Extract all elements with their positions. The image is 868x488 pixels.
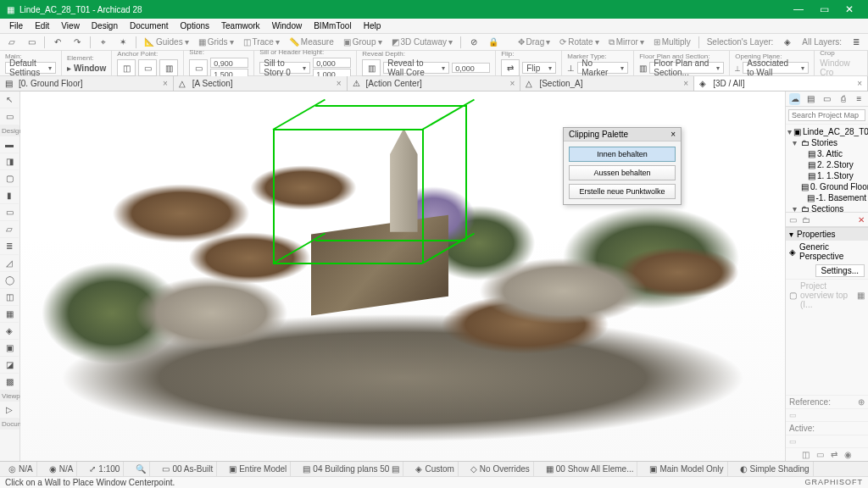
cutaway-button[interactable]: ◩3D Cutaway▾: [388, 37, 456, 47]
status-showall[interactable]: ▦ 00 Show All Eleme...: [542, 462, 638, 476]
menu-teamwork[interactable]: Teamwork: [215, 19, 266, 32]
reveal-val[interactable]: 0,000: [452, 63, 490, 73]
close-icon[interactable]: ×: [857, 79, 862, 88]
mirror-button[interactable]: ⧉Mirror▾: [605, 37, 648, 47]
flip-icon[interactable]: ⇄: [501, 59, 520, 76]
morph-tool[interactable]: ◈: [0, 323, 19, 340]
status-scale[interactable]: ⤢ 1:100: [86, 462, 124, 476]
menu-view[interactable]: View: [55, 19, 86, 32]
settings-link[interactable]: Settings...: [815, 264, 865, 277]
undo-icon[interactable]: ↶: [49, 35, 66, 50]
trace-button[interactable]: ◫Trace▾: [240, 37, 283, 47]
status-mainmodel[interactable]: ▣ Main Model Only: [646, 462, 727, 476]
status-overrides[interactable]: ◇ No Overrides: [467, 462, 534, 476]
eye-icon[interactable]: ◉: [844, 450, 852, 459]
close-icon[interactable]: ×: [337, 79, 342, 88]
status-plan[interactable]: ▤ 04 Building plans 50 ▤: [299, 462, 403, 476]
clipping-palette[interactable]: Clipping Palette× Innen behalten Aussen …: [563, 127, 682, 205]
close-icon[interactable]: ×: [163, 79, 168, 88]
object-tool[interactable]: ▣: [0, 340, 19, 357]
shell-tool[interactable]: ◯: [0, 272, 19, 289]
layout-book-tab-icon[interactable]: ▭: [821, 93, 832, 105]
suspend-icon[interactable]: ⊘: [465, 35, 482, 50]
menu-options[interactable]: Options: [175, 19, 215, 32]
search-input[interactable]: [788, 109, 865, 121]
flip-button[interactable]: Flip: [522, 62, 556, 74]
menu-bimmtool[interactable]: BIMmTool: [308, 19, 357, 32]
menu-edit[interactable]: Edit: [29, 19, 55, 32]
all-layers-icon[interactable]: ≣: [848, 35, 865, 50]
menu-document[interactable]: Document: [124, 19, 175, 32]
new-view-icon[interactable]: ▭: [789, 215, 797, 225]
close-icon[interactable]: ×: [510, 79, 515, 88]
menu-help[interactable]: Help: [358, 19, 387, 32]
tab-ground-floor[interactable]: ▤[0. Ground Floor]×: [0, 76, 174, 91]
arrow-tool[interactable]: ↖: [0, 92, 19, 108]
project-tree[interactable]: ▾▣ Linde_AC_28_T01 ▾🗀 Stories ▤ 3. Attic…: [786, 125, 868, 212]
publisher-tab-icon[interactable]: ⎙: [837, 93, 849, 105]
column-tool[interactable]: ▮: [0, 187, 19, 204]
wand-icon[interactable]: ✶: [114, 35, 131, 50]
trace-icon[interactable]: ◫: [802, 450, 810, 459]
drag-button[interactable]: ✥Drag▾: [515, 37, 554, 47]
anchor-box3[interactable]: ▥: [159, 59, 178, 76]
link-icon[interactable]: ⇄: [831, 450, 837, 459]
default-settings-dropdown[interactable]: Default Settings: [5, 62, 56, 74]
status-asbuilt[interactable]: ▭ 00 As-Built: [159, 462, 217, 476]
size-icon[interactable]: ▭: [189, 59, 208, 76]
properties-header[interactable]: Properties: [797, 230, 836, 239]
tab-section-a[interactable]: △[Section_A]×: [520, 76, 694, 91]
multiply-button[interactable]: ⊞Multiply: [650, 37, 694, 47]
tab-a-section[interactable]: △[A Section]×: [174, 76, 348, 91]
marquee-tool[interactable]: ▭: [0, 108, 19, 125]
anchor-box1[interactable]: ◫: [117, 59, 136, 76]
menu-file[interactable]: File: [3, 19, 29, 32]
zone-tool[interactable]: ◪: [0, 357, 19, 374]
panel-menu-icon[interactable]: ≡: [854, 93, 865, 105]
section-tool[interactable]: ▷: [0, 402, 19, 419]
sill-dropdown[interactable]: Sill to Story 0: [259, 62, 310, 74]
new-folder-icon[interactable]: 🗀: [802, 215, 810, 225]
new-icon[interactable]: ▱: [3, 35, 20, 50]
marker-dropdown[interactable]: No Marker: [577, 62, 628, 74]
reveal-dropdown[interactable]: Reveal to Wall Core: [383, 62, 449, 74]
view-map-tab-icon[interactable]: ▤: [805, 93, 816, 105]
tab-3d[interactable]: ◈[3D / All]×: [694, 76, 868, 91]
grids-button[interactable]: ▦Grids▾: [195, 37, 237, 47]
opening-dropdown[interactable]: Associated to Wall: [743, 62, 809, 74]
floorplan-dropdown[interactable]: Floor Plan and Section...: [649, 62, 724, 74]
status-model[interactable]: ▣ Entire Model: [225, 462, 291, 476]
group-button[interactable]: ▣Group▾: [340, 37, 386, 47]
status-coord[interactable]: ◎ N/A: [5, 462, 37, 476]
menu-window[interactable]: Window: [266, 19, 309, 32]
tab-action-center[interactable]: ⚠[Action Center]×: [348, 76, 521, 91]
curtain-tool[interactable]: ▦: [0, 306, 19, 323]
mesh-tool[interactable]: ▩: [0, 374, 19, 391]
wall-tool[interactable]: ▬: [0, 136, 19, 153]
anchor-box2[interactable]: ▭: [138, 59, 157, 76]
project-map-tab-icon[interactable]: ☁: [789, 93, 800, 105]
keep-inside-button[interactable]: Innen behalten: [569, 147, 676, 162]
clipping-bbox[interactable]: [273, 129, 487, 321]
stair-tool[interactable]: ≣: [0, 238, 19, 255]
maximize-button[interactable]: ▭: [812, 2, 836, 17]
reveal-icon[interactable]: ▥: [362, 59, 381, 76]
lock-icon[interactable]: 🔒: [485, 35, 502, 50]
close-button[interactable]: ✕: [837, 2, 861, 17]
sel-layer-icon[interactable]: ◈: [779, 35, 796, 50]
close-icon[interactable]: ×: [683, 79, 688, 88]
delete-icon[interactable]: ✕: [858, 215, 865, 225]
rotate-button[interactable]: ⟳Rotate▾: [556, 37, 602, 47]
slab-tool[interactable]: ▱: [0, 221, 19, 238]
open-icon[interactable]: ▭: [23, 35, 40, 50]
beam-tool[interactable]: ▭: [0, 204, 19, 221]
status-custom[interactable]: ◈ Custom: [412, 462, 458, 476]
redo-icon[interactable]: ↷: [69, 35, 86, 50]
palette-close-icon[interactable]: ×: [670, 130, 676, 139]
window-tool[interactable]: ▢: [0, 170, 19, 187]
skylight-tool[interactable]: ◫: [0, 289, 19, 306]
door-tool[interactable]: ◨: [0, 153, 19, 170]
create-pointcloud-button[interactable]: Erstelle neue Punktwolke: [569, 184, 676, 199]
size-width[interactable]: 0,900: [210, 58, 248, 68]
sill-val1[interactable]: 0,000: [313, 58, 351, 68]
